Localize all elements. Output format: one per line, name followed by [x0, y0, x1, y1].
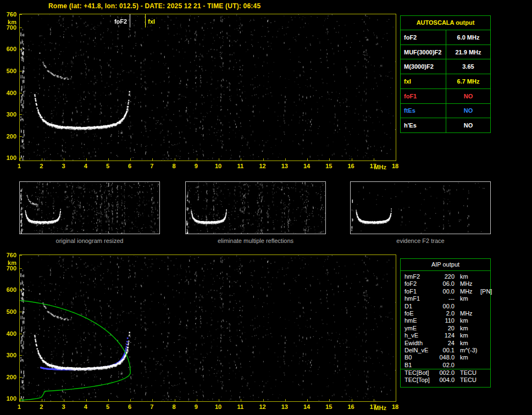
aip-row-value: 06.0 — [433, 280, 455, 287]
aip-row-unit: km — [455, 325, 480, 332]
x-tick-label: 14 — [301, 403, 312, 410]
autoscala-row-label: fxI — [401, 74, 446, 88]
aip-row: ymE20km — [401, 325, 490, 332]
y-tick-label: 500 — [0, 308, 16, 315]
x-tick-label: 1 — [14, 403, 25, 410]
autoscala-row-value: 6.7 MHz — [446, 74, 490, 88]
x-tick-label: 5 — [102, 403, 113, 410]
y-tick-label: 300 — [0, 111, 16, 118]
aip-row-note — [480, 317, 490, 324]
aip-row: TEC[Bot]002.0TECU — [401, 369, 490, 377]
x-tick-label: 7 — [146, 163, 157, 169]
aip-row-value: 20 — [433, 325, 455, 332]
aip-row-label: TEC[Bot] — [401, 369, 433, 377]
x-tick-label: 3 — [58, 403, 69, 410]
y-axis-unit: km — [0, 259, 16, 266]
aip-row-label: foE — [401, 310, 433, 317]
aip-row-note — [480, 340, 490, 347]
aip-row: TEC[Top]004.0TECU — [401, 377, 490, 384]
thumbnail-evidence-canvas — [351, 182, 490, 234]
aip-row-unit: km — [455, 295, 480, 302]
x-tick-label: 3 — [58, 163, 69, 169]
x-tick-label: 7 — [146, 403, 157, 410]
fxI-marker-line — [145, 14, 146, 27]
aip-table-rows: hmF2220kmfoF206.0MHzfoF100.0MHz[PN]hmF1-… — [401, 271, 490, 387]
aip-row-value: 00.1 — [433, 347, 455, 354]
aip-row-label: ymE — [401, 325, 433, 332]
autoscala-table-rows: foF26.0 MHzMUF(3000)F221.9 MHzM(3000)F23… — [401, 30, 490, 132]
x-tick-label: 4 — [80, 163, 91, 169]
x-tick-label: 10 — [213, 163, 224, 169]
y-tick-label: 100 — [0, 154, 16, 161]
x-tick-label: 1 — [14, 163, 25, 169]
aip-row-note — [480, 369, 490, 377]
aip-row-unit: km — [455, 354, 480, 361]
fxI-label: fxI — [148, 18, 155, 25]
aip-row-note — [480, 303, 490, 310]
aip-row-label: D1 — [401, 303, 433, 310]
y-tick-label: 400 — [0, 90, 16, 96]
x-tick-label: 12 — [257, 163, 268, 169]
aip-row-label: foF2 — [401, 280, 433, 287]
autoscala-row-value: NO — [446, 118, 490, 132]
thumbnail-caption-original: original ionogram resized — [19, 237, 160, 244]
aip-row-note — [480, 280, 490, 287]
aip-row: D100.0 — [401, 303, 490, 310]
x-tick-label: 11 — [235, 403, 246, 410]
x-tick-label: 11 — [235, 163, 246, 169]
aip-row-label: hmE — [401, 317, 433, 324]
aip-row-value: 02.0 — [433, 362, 455, 369]
aip-row-label: B0 — [401, 354, 433, 361]
x-tick-label: 14 — [301, 163, 312, 169]
aip-row-unit: TECU — [455, 377, 480, 384]
autoscala-row-label: foF1 — [401, 89, 446, 103]
aip-row-unit: MHz — [455, 288, 480, 295]
y-tick-label: 600 — [0, 286, 16, 293]
aip-output-table: AIP output hmF2220kmfoF206.0MHzfoF100.0M… — [400, 258, 491, 388]
aip-row-value: 002.0 — [433, 369, 455, 377]
aip-row-value: 110 — [433, 317, 455, 324]
top-ionogram-canvas — [20, 14, 396, 161]
autoscala-row-value: 21.9 MHz — [446, 45, 490, 59]
autoscala-row-value: NO — [446, 89, 490, 103]
aip-row: Ewidth24km — [401, 340, 490, 347]
x-tick-label: 18 — [390, 403, 401, 410]
y-tick-label: 760 — [0, 252, 16, 258]
x-tick-label: 8 — [169, 163, 180, 169]
autoscala-row: fxI6.7 MHz — [401, 74, 490, 89]
autoscala-row-label: ftEs — [401, 104, 446, 118]
aip-row-unit: km — [455, 317, 480, 324]
thumbnail-evidence-f2 — [350, 181, 491, 234]
autoscala-row-value: 6.0 MHz — [446, 30, 490, 45]
aip-row: hmE110km — [401, 317, 490, 324]
x-tick-label: 6 — [124, 163, 135, 169]
x-tick-label: 10 — [213, 403, 224, 410]
x-tick-label: 13 — [279, 163, 290, 169]
autoscala-row: ftEsNO — [401, 104, 490, 119]
y-tick-label: 600 — [0, 46, 16, 52]
autoscala-row-value: 3.65 — [446, 59, 490, 74]
aip-row-value: 2.0 — [433, 310, 455, 317]
autoscala-row: M(3000)F23.65 — [401, 59, 490, 74]
aip-row: hmF1---km — [401, 295, 490, 302]
aip-row-unit: km — [455, 340, 480, 347]
y-axis-unit: km — [0, 19, 16, 25]
aip-row: foF100.0MHz[PN] — [401, 288, 490, 295]
aip-row: B102.0 — [401, 362, 490, 369]
x-tick-label: 15 — [323, 403, 334, 410]
x-tick-label: 9 — [191, 403, 202, 410]
aip-row-value: 00.0 — [433, 288, 455, 295]
aip-row-label: foF1 — [401, 288, 433, 295]
x-tick-label: 4 — [80, 403, 91, 410]
x-tick-label: 16 — [346, 403, 357, 410]
bottom-ionogram-canvas — [20, 255, 396, 401]
thumbnail-eliminate-reflections — [185, 181, 326, 234]
x-axis-unit: MHz — [372, 405, 389, 411]
aip-row-unit: TECU — [455, 369, 480, 377]
autoscala-row: foF1NO — [401, 89, 490, 104]
aip-row-label: Ewidth — [401, 340, 433, 347]
aip-row: B0048.0km — [401, 354, 490, 361]
top-ionogram-block: 760700600500400300200100km12345678910111… — [0, 14, 418, 179]
aip-row-unit: MHz — [455, 280, 480, 287]
aip-row-label: DelN_vE — [401, 347, 433, 354]
